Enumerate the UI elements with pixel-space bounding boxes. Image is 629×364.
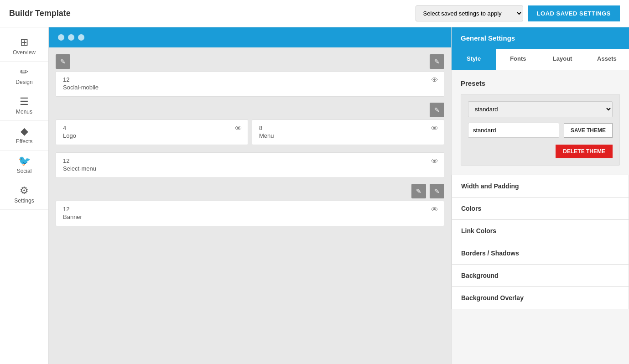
app-title: Buildr Template xyxy=(9,9,71,18)
sidebar-label-settings: Settings xyxy=(14,198,34,204)
card-num-5: 12 xyxy=(63,206,437,213)
edit-button-4[interactable]: ✎ xyxy=(411,184,426,198)
sidebar-item-effects[interactable]: ◆ Effects xyxy=(0,121,48,151)
top-bar xyxy=(49,27,451,47)
design-icon: ✏ xyxy=(20,67,28,77)
tab-style[interactable]: Style xyxy=(452,49,496,70)
main-layout: ⊞ Overview ✏ Design ☰ Menus ◆ Effects 🐦 … xyxy=(0,27,629,364)
card-label-4: Select-menu xyxy=(63,165,437,172)
eye-icon-4[interactable]: 👁 xyxy=(431,157,438,166)
sidebar-item-overview[interactable]: ⊞ Overview xyxy=(0,32,48,62)
tabs-row: Style Fonts Layout Assets xyxy=(452,49,629,70)
card-label-3: Menu xyxy=(259,132,437,139)
sidebar-item-settings[interactable]: ⚙ Settings xyxy=(0,180,48,210)
sidebar-item-design[interactable]: ✏ Design xyxy=(0,62,48,91)
cards-section: ✎ ✎ 👁 12 Social-mobile ✎ 👁 4 Logo xyxy=(49,47,451,234)
accordion: Width and Padding Colors Link Colors Bor… xyxy=(452,175,629,309)
tab-layout[interactable]: Layout xyxy=(541,49,585,70)
content-area: ✎ ✎ 👁 12 Social-mobile ✎ 👁 4 Logo xyxy=(49,27,451,364)
tab-assets[interactable]: Assets xyxy=(585,49,629,70)
preset-area: standard SAVE THEME DELETE THEME xyxy=(461,94,620,166)
eye-icon-2[interactable]: 👁 xyxy=(235,125,242,133)
dot-3 xyxy=(78,34,84,41)
eye-icon-5[interactable]: 👁 xyxy=(431,206,438,214)
social-icon: 🐦 xyxy=(18,156,31,166)
accordion-width-padding[interactable]: Width and Padding xyxy=(452,175,629,198)
dot-2 xyxy=(68,34,74,41)
card-label-5: Banner xyxy=(63,213,437,220)
card-social-mobile: 👁 12 Social-mobile xyxy=(56,71,444,97)
sidebar-item-menus[interactable]: ☰ Menus xyxy=(0,91,48,121)
sidebar-item-social[interactable]: 🐦 Social xyxy=(0,151,48,180)
accordion-colors[interactable]: Colors xyxy=(452,198,629,220)
right-panel: General Settings Style Fonts Layout Asse… xyxy=(451,27,629,364)
card-num-3: 8 xyxy=(259,125,437,131)
two-col-row: 👁 4 Logo 👁 8 Menu xyxy=(56,120,444,149)
accordion-borders-shadows[interactable]: Borders / Shadows xyxy=(452,242,629,265)
sidebar-label-social: Social xyxy=(17,168,32,174)
presets-heading: Presets xyxy=(461,79,620,87)
panel-title: General Settings xyxy=(452,27,629,49)
delete-theme-button[interactable]: DELETE THEME xyxy=(556,145,613,158)
card-num-2: 4 xyxy=(63,125,241,131)
save-theme-button[interactable]: SAVE THEME xyxy=(564,123,613,138)
accordion-background-overlay[interactable]: Background Overlay xyxy=(452,287,629,309)
sidebar-label-menus: Menus xyxy=(16,109,32,115)
sidebar: ⊞ Overview ✏ Design ☰ Menus ◆ Effects 🐦 … xyxy=(0,27,49,364)
sidebar-label-overview: Overview xyxy=(13,49,36,56)
edit-button-3[interactable]: ✎ xyxy=(430,103,444,117)
eye-icon-3[interactable]: 👁 xyxy=(431,125,438,133)
card-logo: 👁 4 Logo xyxy=(56,120,248,145)
header: Buildr Template Select saved settings to… xyxy=(0,0,629,27)
saved-settings-select[interactable]: Select saved settings to apply xyxy=(416,5,523,21)
sidebar-label-effects: Effects xyxy=(16,138,32,145)
card-select-menu: 👁 12 Select-menu xyxy=(56,152,444,178)
edit-button-1[interactable]: ✎ xyxy=(56,54,70,69)
card-menu: 👁 8 Menu xyxy=(252,120,444,145)
card-num-1: 12 xyxy=(63,76,437,83)
preset-name-input[interactable] xyxy=(468,123,559,138)
sidebar-label-design: Design xyxy=(16,79,32,85)
eye-icon-1[interactable]: 👁 xyxy=(431,76,438,84)
preset-row: SAVE THEME xyxy=(468,123,613,138)
accordion-link-colors[interactable]: Link Colors xyxy=(452,220,629,242)
card-num-4: 12 xyxy=(63,157,437,164)
presets-section: Presets standard SAVE THEME DELETE THEME xyxy=(452,70,629,175)
edit-button-2[interactable]: ✎ xyxy=(430,54,444,69)
card-banner: 👁 12 Banner xyxy=(56,201,444,226)
accordion-background[interactable]: Background xyxy=(452,265,629,287)
dot-1 xyxy=(58,34,64,41)
tab-fonts[interactable]: Fonts xyxy=(496,49,540,70)
load-saved-settings-button[interactable]: LOAD SAVED SETTINGS xyxy=(528,5,620,21)
header-right: Select saved settings to apply LOAD SAVE… xyxy=(416,5,620,21)
overview-icon: ⊞ xyxy=(20,37,28,47)
effects-icon: ◆ xyxy=(21,126,28,136)
settings-icon: ⚙ xyxy=(20,186,29,196)
preset-select[interactable]: standard xyxy=(468,101,613,117)
card-label-2: Logo xyxy=(63,132,241,139)
edit-button-5[interactable]: ✎ xyxy=(430,184,444,198)
card-label-1: Social-mobile xyxy=(63,84,437,91)
menus-icon: ☰ xyxy=(20,97,29,107)
